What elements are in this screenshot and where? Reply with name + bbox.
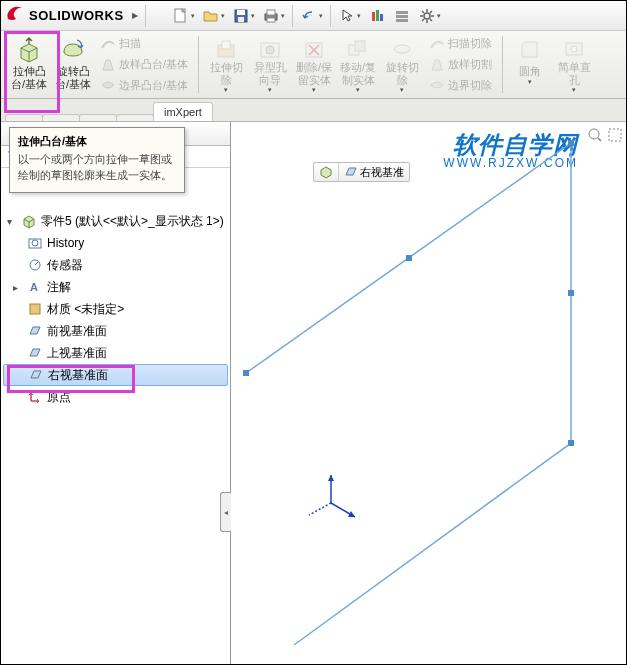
open-button[interactable]: ▾ — [199, 5, 228, 27]
tooltip-title: 拉伸凸台/基体 — [18, 134, 176, 149]
options-button[interactable] — [390, 5, 414, 27]
sensors-icon — [27, 257, 43, 273]
tooltip-body: 以一个或两个方向拉伸一草图或绘制的草图轮廓来生成一实体。 — [18, 152, 176, 184]
annotations-icon: A — [27, 279, 43, 295]
panel-collapse-handle[interactable]: ◂ — [220, 492, 231, 532]
svg-rect-12 — [396, 19, 408, 22]
svg-rect-10 — [396, 11, 408, 14]
loft-button[interactable]: 放样凸台/基体 — [97, 55, 191, 75]
plane-handle[interactable] — [568, 140, 574, 146]
ds-logo-icon — [5, 3, 27, 28]
svg-point-13 — [424, 13, 430, 19]
ribbon: 拉伸凸 台/基体 旋转凸 台/基体 扫描 放样凸台/基体 边界凸台/基体 — [1, 31, 626, 99]
plane-handle[interactable] — [406, 255, 412, 261]
quick-access-toolbar: ▾ ▾ ▾ ▾ ▾ ▾ ▾ — [169, 5, 444, 27]
tree-annotations[interactable]: ▸ A 注解 — [3, 276, 228, 298]
rebuild-button[interactable] — [365, 5, 389, 27]
document-tabs: imXpert — [1, 99, 626, 122]
viewport[interactable]: 软件自学网 WWW.RJZXW.COM 右视基准 — [231, 122, 626, 664]
revolve-boss-button[interactable]: 旋转凸 台/基体 — [51, 33, 95, 96]
plane-handle[interactable] — [568, 440, 574, 446]
svg-rect-2 — [237, 10, 245, 15]
plane-edge — [246, 143, 571, 645]
plane-icon — [27, 323, 43, 339]
svg-rect-29 — [30, 304, 40, 314]
extrude-boss-button[interactable]: 拉伸凸 台/基体 — [7, 33, 51, 96]
tree-top-plane[interactable]: 上视基准面 — [3, 342, 228, 364]
svg-rect-8 — [376, 10, 379, 21]
cut-extrude-button[interactable]: 拉伸切 除▾ — [204, 33, 248, 96]
sweep-button[interactable]: 扫描 — [97, 34, 191, 54]
svg-point-24 — [571, 46, 577, 52]
part-icon — [21, 213, 37, 229]
print-button[interactable]: ▾ — [259, 5, 288, 27]
doc-tab-3[interactable] — [79, 114, 117, 121]
svg-rect-5 — [267, 10, 275, 15]
doc-tab-1[interactable] — [5, 114, 43, 121]
settings-button[interactable]: ▾ — [415, 5, 444, 27]
cut-extrude-icon — [213, 35, 239, 61]
select-button[interactable]: ▾ — [335, 5, 364, 27]
undo-button[interactable]: ▾ — [297, 5, 326, 27]
svg-rect-11 — [396, 15, 408, 18]
plane-icon — [27, 345, 43, 361]
svg-line-34 — [309, 503, 331, 515]
tree-origin[interactable]: 原点 — [3, 386, 228, 408]
move-copy-button[interactable]: 移动/复 制实体▾ — [336, 33, 380, 96]
loft-cut-button[interactable]: 放样切割 — [426, 55, 495, 75]
delete-keep-button[interactable]: 删除/保 留实体▾ — [292, 33, 336, 96]
history-icon — [27, 235, 43, 251]
feature-tree-panel: ▾ 零件5 (默认<<默认>_显示状态 1>) History 传感器 ▸ A … — [1, 122, 231, 664]
plane-icon — [28, 367, 44, 383]
tree-right-plane[interactable]: 右视基准面 — [3, 364, 228, 386]
svg-point-22 — [394, 45, 410, 53]
new-button[interactable]: ▾ — [169, 5, 198, 27]
simple-hole-button[interactable]: 简单直 孔▾ — [552, 33, 596, 96]
feature-tree: ▾ 零件5 (默认<<默认>_显示状态 1>) History 传感器 ▸ A … — [1, 168, 230, 664]
svg-rect-6 — [267, 18, 275, 22]
doc-tab-simxpert[interactable]: imXpert — [153, 102, 213, 121]
svg-rect-16 — [222, 41, 230, 49]
app-title: SOLIDWORKS — [29, 8, 124, 23]
doc-tab-4[interactable] — [116, 114, 154, 121]
extrude-icon — [15, 36, 43, 64]
sweep-cut-button[interactable]: 扫描切除 — [426, 34, 495, 54]
svg-rect-7 — [372, 12, 375, 21]
cut-revolve-button[interactable]: 旋转切 除▾ — [380, 33, 424, 96]
menubar: SOLIDWORKS ▶ ▾ ▾ ▾ ▾ ▾ ▾ — [1, 1, 626, 31]
tooltip: 拉伸凸台/基体 以一个或两个方向拉伸一草图或绘制的草图轮廓来生成一实体。 — [9, 127, 185, 193]
plane-handle[interactable] — [568, 290, 574, 296]
main-area: ▾ 零件5 (默认<<默认>_显示状态 1>) History 传感器 ▸ A … — [1, 122, 626, 664]
plane-handle[interactable] — [243, 370, 249, 376]
revolve-icon — [59, 36, 87, 64]
boundary-button[interactable]: 边界凸台/基体 — [97, 75, 191, 95]
tree-material[interactable]: 材质 <未指定> — [3, 298, 228, 320]
svg-text:A: A — [30, 281, 38, 293]
tree-sensors[interactable]: 传感器 — [3, 254, 228, 276]
origin-icon — [27, 389, 43, 405]
app-logo: SOLIDWORKS — [5, 3, 128, 28]
view-triad — [309, 475, 355, 517]
material-icon — [27, 301, 43, 317]
save-button[interactable]: ▾ — [229, 5, 258, 27]
tree-root[interactable]: ▾ 零件5 (默认<<默认>_显示状态 1>) — [3, 210, 228, 232]
svg-rect-3 — [238, 17, 244, 22]
boundary-cut-button[interactable]: 边界切除 — [426, 75, 495, 95]
tree-root-label: 零件5 (默认<<默认>_显示状态 1>) — [41, 213, 224, 230]
sketch-plane — [231, 122, 626, 664]
svg-rect-9 — [380, 14, 383, 21]
svg-point-18 — [266, 46, 274, 54]
hole-wizard-button[interactable]: 异型孔 向导▾ — [248, 33, 292, 96]
svg-rect-21 — [355, 41, 365, 51]
doc-tab-2[interactable] — [42, 114, 80, 121]
menu-expand-icon[interactable]: ▶ — [128, 11, 142, 20]
fillet-button[interactable]: 圆角▾ — [508, 33, 552, 96]
tree-front-plane[interactable]: 前视基准面 — [3, 320, 228, 342]
tree-history[interactable]: History — [3, 232, 228, 254]
